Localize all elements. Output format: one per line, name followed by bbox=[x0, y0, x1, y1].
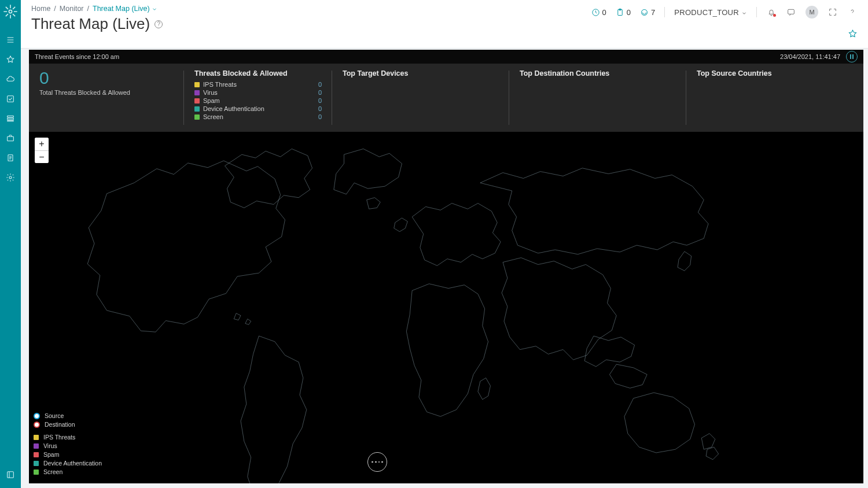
chat-icon[interactable] bbox=[786, 7, 796, 17]
top-target-devices-col: Top Target Devices bbox=[332, 64, 509, 132]
user-avatar[interactable]: M bbox=[806, 6, 818, 19]
header-ring-stat[interactable]: 7 bbox=[640, 8, 655, 17]
threat-name: Screen bbox=[203, 113, 311, 120]
threat-row: Screen0 bbox=[194, 113, 322, 120]
legend-swatch bbox=[34, 461, 39, 466]
nav-gear-icon[interactable] bbox=[0, 168, 21, 187]
threat-swatch bbox=[194, 98, 200, 103]
threat-value: 0 bbox=[311, 113, 322, 120]
svg-rect-13 bbox=[788, 9, 795, 14]
stats-strip: 0 Total Threats Blocked & Allowed Threat… bbox=[29, 64, 863, 132]
clipboard-icon bbox=[616, 8, 624, 17]
app-logo[interactable] bbox=[2, 3, 19, 20]
threat-swatch bbox=[194, 82, 200, 87]
top-source-countries-col: Top Source Countries bbox=[686, 64, 863, 132]
svg-rect-8 bbox=[8, 472, 14, 478]
threat-row: Spam0 bbox=[194, 97, 322, 104]
map-legend: Source Destination IPS ThreatsVirusSpamD… bbox=[34, 412, 102, 479]
threat-name: Device Authentication bbox=[203, 105, 311, 112]
breadcrumb-monitor[interactable]: Monitor bbox=[60, 5, 84, 13]
legend-threat-label: IPS Threats bbox=[43, 434, 75, 441]
pause-button[interactable] bbox=[846, 51, 858, 62]
svg-rect-5 bbox=[8, 136, 14, 141]
favorite-star-icon[interactable] bbox=[848, 29, 858, 41]
page-header: Home / Monitor / Threat Map (Live) Threa… bbox=[21, 0, 868, 49]
breadcrumb-home[interactable]: Home bbox=[31, 5, 50, 13]
nav-check-icon[interactable] bbox=[0, 89, 21, 109]
header-actions: 0 0 7 PRODUCT_TOUR M bbox=[591, 6, 858, 19]
total-threat-count: 0 bbox=[39, 69, 174, 87]
source-dot-icon bbox=[34, 413, 40, 419]
threat-value: 0 bbox=[311, 97, 322, 104]
clock-icon bbox=[591, 8, 600, 17]
svg-rect-2 bbox=[8, 116, 14, 117]
events-since-label: Threat Events since 12:00 am bbox=[35, 53, 119, 60]
nav-list-icon[interactable] bbox=[0, 30, 21, 50]
legend-threat-row: IPS Threats bbox=[34, 434, 102, 441]
events-since-bar: Threat Events since 12:00 am 23/04/2021,… bbox=[29, 50, 863, 64]
legend-threat-row: Screen bbox=[34, 468, 102, 475]
world-map-svg bbox=[29, 132, 863, 483]
chevron-down-icon bbox=[152, 6, 157, 12]
threat-value: 0 bbox=[311, 89, 322, 96]
threat-swatch bbox=[194, 114, 200, 120]
map-more-button[interactable] bbox=[367, 452, 387, 472]
header-clock-stat[interactable]: 0 bbox=[591, 8, 606, 17]
chevron-down-icon bbox=[741, 9, 747, 15]
threats-blocked-col: Threats Blocked & Allowed IPS Threats0Vi… bbox=[184, 64, 332, 132]
expand-icon[interactable] bbox=[827, 7, 838, 17]
legend-threat-label: Spam bbox=[43, 451, 59, 458]
help-icon[interactable]: ? bbox=[155, 20, 163, 28]
legend-swatch bbox=[34, 435, 39, 440]
ellipsis-icon bbox=[372, 461, 382, 463]
notifications-icon[interactable] bbox=[766, 7, 777, 17]
pause-icon bbox=[850, 54, 854, 59]
threat-row: IPS Threats0 bbox=[194, 81, 322, 88]
threat-swatch bbox=[194, 90, 200, 95]
threat-row: Device Authentication0 bbox=[194, 105, 322, 112]
legend-threat-row: Device Authentication bbox=[34, 460, 102, 467]
product-menu[interactable]: PRODUCT_TOUR bbox=[674, 8, 747, 17]
svg-rect-4 bbox=[8, 120, 14, 121]
svg-point-0 bbox=[9, 10, 12, 13]
page-title: Threat Map (Live) ? bbox=[31, 15, 163, 33]
world-map[interactable]: + − bbox=[29, 132, 863, 483]
legend-threat-label: Screen bbox=[43, 468, 62, 475]
threat-name: IPS Threats bbox=[203, 81, 311, 88]
nav-briefcase-icon[interactable] bbox=[0, 128, 21, 148]
legend-swatch bbox=[34, 443, 39, 449]
legend-threat-label: Virus bbox=[43, 442, 57, 449]
svg-rect-1 bbox=[8, 96, 14, 102]
legend-source: Source bbox=[34, 412, 102, 419]
ring-icon bbox=[640, 8, 649, 17]
svg-point-7 bbox=[9, 176, 12, 179]
threat-type-list: IPS Threats0Virus0Spam0Device Authentica… bbox=[194, 81, 322, 120]
threat-map-panel: Threat Events since 12:00 am 23/04/2021,… bbox=[29, 50, 863, 483]
nav-collapse-icon[interactable] bbox=[0, 465, 21, 485]
total-threat-label: Total Threats Blocked & Allowed bbox=[39, 89, 174, 96]
threat-value: 0 bbox=[311, 105, 322, 112]
top-destination-countries-col: Top Destination Countries bbox=[509, 64, 686, 132]
legend-swatch bbox=[34, 452, 39, 457]
legend-destination: Destination bbox=[34, 421, 102, 428]
nav-star-icon[interactable] bbox=[0, 50, 21, 69]
svg-rect-3 bbox=[8, 118, 14, 120]
destination-dot-icon bbox=[34, 422, 40, 428]
events-timestamp: 23/04/2021, 11:41:47 bbox=[780, 53, 840, 60]
threat-swatch bbox=[194, 106, 200, 112]
header-clipboard-stat[interactable]: 0 bbox=[616, 8, 631, 17]
nav-document-icon[interactable] bbox=[0, 148, 21, 168]
breadcrumb-current[interactable]: Threat Map (Live) bbox=[93, 5, 157, 13]
threat-name: Virus bbox=[203, 89, 311, 96]
help-icon[interactable] bbox=[847, 7, 858, 17]
notification-dot bbox=[773, 14, 776, 17]
total-threats-col: 0 Total Threats Blocked & Allowed bbox=[29, 64, 184, 132]
threats-blocked-title: Threats Blocked & Allowed bbox=[194, 69, 322, 77]
nav-cloud-icon[interactable] bbox=[0, 69, 21, 89]
legend-threat-label: Device Authentication bbox=[43, 460, 102, 467]
threat-row: Virus0 bbox=[194, 89, 322, 96]
threat-name: Spam bbox=[203, 97, 311, 104]
threat-value: 0 bbox=[311, 81, 322, 88]
nav-storage-icon[interactable] bbox=[0, 109, 21, 128]
legend-threat-row: Spam bbox=[34, 451, 102, 458]
